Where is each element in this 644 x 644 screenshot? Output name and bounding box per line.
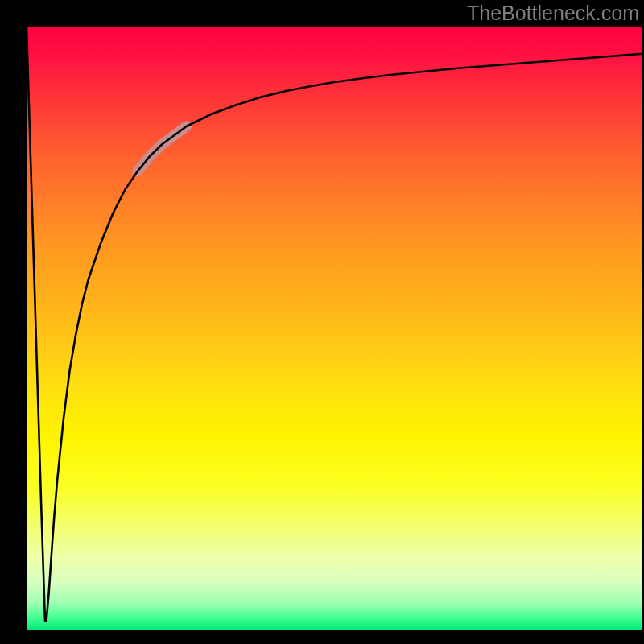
chart-frame: TheBottleneck.com <box>0 0 644 644</box>
plot-area <box>27 27 642 630</box>
watermark-label: TheBottleneck.com <box>467 2 639 25</box>
gradient-rect <box>27 27 642 630</box>
chart-svg <box>27 27 642 630</box>
